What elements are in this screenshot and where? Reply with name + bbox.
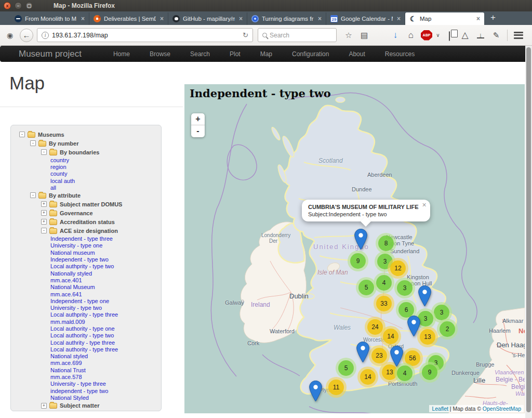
tree-folder-label[interactable]: ACE size designation	[60, 228, 118, 234]
tree-link[interactable]: Independent - type two	[50, 256, 109, 263]
eye-icon[interactable]: ◉	[3, 31, 17, 40]
tree-link[interactable]: mm.mald.009	[50, 319, 85, 325]
nav-item-resources[interactable]: Resources	[375, 50, 424, 58]
tree-link[interactable]: Local authrity - type three	[50, 339, 115, 346]
marker-cluster[interactable]: 14	[357, 367, 378, 387]
marker-cluster[interactable]: 9	[419, 362, 440, 383]
tree-link[interactable]: Local authprity - type two	[50, 263, 114, 269]
map-marker-pin[interactable]	[356, 342, 369, 363]
tree-link[interactable]: National Trust	[50, 367, 86, 373]
tree-link[interactable]: all	[50, 185, 56, 191]
nav-item-configuration[interactable]: Configuration	[282, 50, 339, 58]
collapse-toggle-icon[interactable]: -	[30, 192, 36, 198]
tree-link[interactable]: country	[50, 157, 69, 163]
tree-link[interactable]: Nationally styled	[50, 270, 92, 277]
marker-cluster[interactable]: 5	[356, 277, 377, 298]
tree-link[interactable]: independent - type two	[50, 388, 108, 394]
chevron-down-icon[interactable]: ∨	[434, 32, 442, 38]
reload-icon[interactable]: ↻	[238, 31, 252, 39]
bookmark-star-icon[interactable]: ☆	[341, 31, 356, 40]
nav-item-home[interactable]: Home	[103, 50, 140, 58]
map-marker-pin[interactable]	[390, 346, 403, 367]
pocket-download-icon[interactable]: ↓	[388, 30, 403, 41]
scrollbar-thumb[interactable]	[526, 47, 531, 412]
browser-tab-google-calendar-m[interactable]: 29Google Calendar - M×	[326, 12, 405, 25]
tree-link[interactable]: mm.ace.401	[50, 277, 82, 283]
adblock-icon[interactable]: ABP	[419, 30, 434, 41]
edit-globe-icon[interactable]: ✎	[488, 31, 504, 40]
close-tab-icon[interactable]: ×	[396, 15, 402, 22]
url-text[interactable]: 193.61.37.198/map	[52, 32, 238, 39]
nav-item-map[interactable]: Map	[250, 50, 282, 58]
expand-toggle-icon[interactable]: +	[41, 210, 47, 216]
map-marker-pin[interactable]	[309, 381, 322, 402]
site-info-icon[interactable]: i	[42, 32, 49, 39]
url-bar[interactable]: i 193.61.37.198/map ↻	[37, 28, 253, 42]
marker-cluster[interactable]: 3	[394, 278, 415, 298]
expand-toggle-icon[interactable]: +	[41, 219, 47, 225]
window-maximize-icon[interactable]: ▢	[25, 2, 33, 9]
leaflet-link[interactable]: Leaflet	[432, 406, 448, 412]
expand-toggle-icon[interactable]: +	[41, 403, 47, 409]
tree-folder-label[interactable]: Accreditation status	[60, 219, 115, 225]
close-tab-icon[interactable]: ×	[317, 15, 323, 22]
nav-item-search[interactable]: Search	[180, 50, 220, 58]
map-marker-pin[interactable]	[407, 316, 420, 337]
osm-link[interactable]: OpenStreetMap	[483, 406, 521, 412]
tree-link[interactable]: National museum	[50, 250, 95, 256]
close-tab-icon[interactable]: ×	[475, 15, 481, 22]
close-tab-icon[interactable]: ×	[238, 15, 244, 22]
marker-cluster[interactable]: 8	[376, 233, 396, 254]
tree-folder-label[interactable]: By attribute	[49, 192, 81, 199]
tree-link[interactable]: National Styled	[50, 395, 89, 401]
browser-tab-deliverables-semd[interactable]: Deliverables | SemD×	[89, 12, 168, 25]
marker-cluster[interactable]: 5	[336, 358, 356, 378]
collapse-toggle-icon[interactable]: -	[19, 132, 25, 137]
close-tab-icon[interactable]: ×	[80, 15, 86, 22]
browser-tab-turning-diagrams-fr[interactable]: Turning diagrams fr×	[247, 12, 326, 25]
nav-item-browse[interactable]: Browse	[140, 50, 180, 58]
tree-link[interactable]: mm.ace.641	[50, 291, 82, 297]
browser-tab-from-monolith-to-m[interactable]: From Monolith to M×	[10, 12, 89, 25]
tree-link[interactable]: mm.ace.699	[50, 360, 82, 366]
map-marker-pin[interactable]	[354, 229, 367, 250]
tree-link[interactable]: Local authority - type one	[50, 325, 115, 332]
tree-link[interactable]: Local authprity - type three	[50, 311, 118, 318]
nav-item-about[interactable]: About	[339, 50, 375, 58]
marker-cluster[interactable]: 4	[374, 272, 394, 293]
zotero-triangle-icon[interactable]: △	[457, 30, 473, 41]
browser-tab-github-mapillary-m[interactable]: GitHub - mapillary/m×	[168, 12, 247, 25]
window-minimize-icon[interactable]: –	[15, 2, 22, 9]
tree-link[interactable]: mm.ace.578	[50, 374, 82, 380]
zoom-out-button[interactable]: -	[191, 125, 205, 137]
tree-link[interactable]: National styled	[50, 353, 88, 359]
marker-cluster[interactable]: 14	[380, 326, 401, 347]
marker-cluster[interactable]: 9	[348, 251, 368, 271]
tree-link[interactable]: Independent - type one	[50, 298, 109, 304]
window-close-icon[interactable]: x	[4, 2, 11, 9]
marker-cluster[interactable]: 33	[374, 293, 394, 314]
tree-folder-label[interactable]: By number	[49, 140, 78, 147]
expand-toggle-icon[interactable]: +	[41, 201, 47, 207]
copy-pages-icon[interactable]	[442, 30, 457, 41]
tree-folder-label[interactable]: Governance	[60, 210, 93, 216]
browser-tab-map[interactable]: ☾Map×	[405, 12, 484, 25]
tree-folder-label[interactable]: Subject matter	[60, 402, 99, 409]
nav-item-plot[interactable]: Plot	[220, 50, 250, 58]
zoom-in-button[interactable]: +	[191, 113, 205, 125]
tree-folder-label[interactable]: By boundaries	[60, 149, 99, 155]
map-canvas[interactable]: Independent - type two + - ScotlandAberd…	[184, 84, 525, 413]
tree-link[interactable]: University - type two	[50, 305, 102, 311]
collapse-toggle-icon[interactable]: -	[41, 149, 47, 155]
tree-link[interactable]: Independent - type three	[50, 236, 113, 242]
brand[interactable]: Museum project	[19, 49, 82, 59]
tree-link[interactable]: Local authority - type two	[50, 332, 114, 338]
close-tab-icon[interactable]: ×	[159, 15, 165, 22]
collapse-toggle-icon[interactable]: -	[41, 228, 47, 233]
menu-icon[interactable]	[511, 32, 526, 39]
new-tab-button[interactable]: +	[484, 12, 502, 24]
tree-link[interactable]: University - type three	[50, 381, 106, 387]
tree-link[interactable]: University - type one	[50, 242, 102, 249]
map-marker-pin[interactable]	[418, 285, 431, 307]
back-button[interactable]: ←	[20, 29, 33, 42]
